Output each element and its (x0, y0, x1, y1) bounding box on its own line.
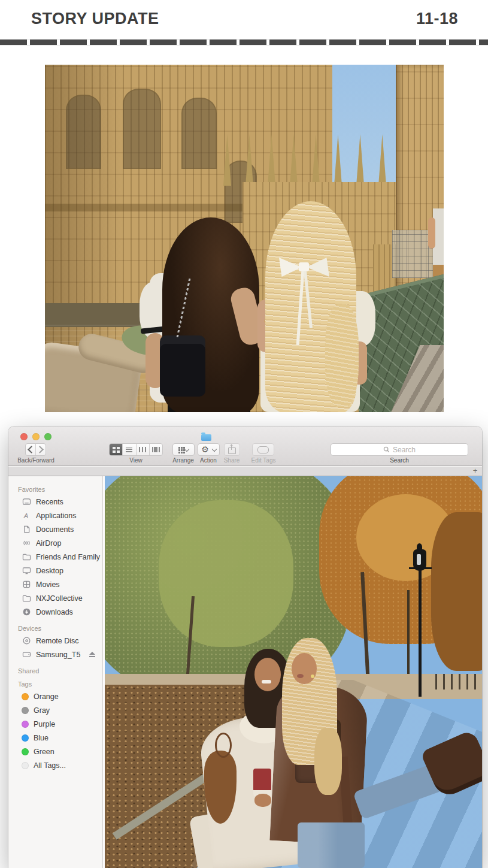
sidebar-section-title: Tags (18, 681, 102, 688)
minimize-button[interactable] (32, 433, 40, 440)
chevron-down-icon (212, 446, 217, 451)
action-label: Action (195, 457, 222, 464)
window-content: Favorites Recents A Applications Documen… (8, 476, 482, 868)
sidebar-item-airdrop[interactable]: AirDrop (8, 536, 102, 550)
list-view-icon (126, 447, 132, 452)
sidebar-tag-gray[interactable]: Gray (8, 703, 102, 717)
story-header: STORY UPDATE 11-18 (31, 10, 458, 28)
add-tab-button[interactable]: + (471, 467, 480, 476)
gothic-window (123, 89, 161, 169)
edit-tags-button[interactable] (252, 443, 274, 456)
light-green-canopy (159, 500, 293, 647)
sidebar-tag-green[interactable]: Green (8, 745, 102, 758)
tag-color-dot (22, 721, 29, 728)
search-label: Search (331, 457, 468, 464)
close-button[interactable] (20, 433, 28, 440)
sidebar-item-label: Applications (36, 512, 76, 520)
blue-jeans (298, 822, 365, 868)
pouting-lips (297, 674, 304, 678)
finder-sidebar: Favorites Recents A Applications Documen… (8, 476, 103, 868)
sidebar-section-title: Devices (18, 625, 102, 632)
tag-color-dot (22, 734, 29, 742)
story-date: 11-18 (416, 10, 458, 28)
arrange-label: Arrange (169, 457, 198, 464)
lamp-glass (417, 554, 421, 565)
sidebar-item-label: Friends And Family (36, 553, 100, 561)
hair-bow-knot (299, 262, 309, 271)
chevron-down-icon (184, 446, 189, 451)
rust-tree-canopy (431, 512, 482, 671)
story-page: STORY UPDATE 11-18 (0, 0, 488, 868)
list-view-button[interactable] (122, 444, 135, 455)
desktop-icon (22, 567, 31, 575)
coverflow-view-button[interactable] (149, 444, 162, 455)
applications-icon: A (22, 512, 31, 520)
search-input[interactable]: Search (331, 443, 468, 456)
sidebar-item-remote-disc[interactable]: Remote Disc (8, 634, 102, 648)
folder-proxy-icon[interactable] (201, 434, 211, 441)
dashed-divider (0, 39, 488, 46)
sidebar-item-label: Orange (34, 692, 59, 701)
finder-window: Back/Forward View Arrange ⚙ Action S (8, 427, 482, 868)
sidebar-item-label: Downloads (36, 608, 73, 616)
airdrop-icon (22, 539, 31, 548)
gold-earring (311, 675, 314, 678)
forward-button[interactable] (35, 444, 46, 455)
sidebar-tag-purple[interactable]: Purple (8, 717, 102, 731)
sidebar-item-movies[interactable]: Movies (8, 577, 102, 591)
window-titlebar[interactable]: Back/Forward View Arrange ⚙ Action S (8, 427, 482, 466)
sidebar-tag-orange[interactable]: Orange (8, 689, 102, 703)
tag-color-dot (22, 762, 29, 769)
sidebar-item-nxjcollective[interactable]: NXJCollective (8, 591, 102, 605)
sidebar-item-label: Remote Disc (36, 637, 79, 645)
sidebar-item-label: All Tags... (34, 761, 66, 770)
documents-icon (22, 525, 31, 534)
share-button[interactable] (224, 443, 240, 456)
sidebar-item-label: Samsung_T5 (36, 651, 80, 659)
svg-text:A: A (23, 512, 28, 519)
sidebar-tag-all-tags[interactable]: All Tags... (8, 758, 102, 772)
chevron-right-icon (36, 446, 44, 453)
search-icon (383, 446, 390, 453)
back-button[interactable] (26, 444, 35, 455)
arrange-button[interactable] (172, 443, 195, 456)
page-title: STORY UPDATE (31, 10, 159, 28)
lamp-finial (417, 543, 422, 551)
edit-tags-label: Edit Tags (245, 457, 281, 464)
folder-icon (22, 594, 31, 603)
view-label: View (109, 457, 163, 464)
sidebar-item-friends-and-family[interactable]: Friends And Family (8, 550, 102, 564)
brunette-face (254, 658, 281, 691)
story-photo-london (45, 65, 444, 412)
window-controls (20, 433, 51, 440)
chevron-left-icon (28, 446, 35, 453)
share-label: Share (219, 457, 244, 464)
sidebar-item-samsung-t5[interactable]: Samsung_T5 (8, 648, 102, 661)
sidebar-tag-blue[interactable]: Blue (8, 731, 102, 745)
folder-icon (22, 553, 31, 561)
passerby-arm (428, 217, 435, 249)
tab-bar: + (8, 467, 482, 476)
tag-color-dot (22, 748, 29, 755)
sidebar-item-label: Blue (34, 734, 49, 742)
finder-photo-park[interactable] (105, 476, 482, 868)
column-view-button[interactable] (136, 444, 149, 455)
sidebar-item-recents[interactable]: Recents (8, 495, 102, 509)
sidebar-item-documents[interactable]: Documents (8, 522, 102, 536)
tag-color-dot (22, 693, 29, 700)
eject-icon[interactable] (89, 652, 95, 657)
bag-strap (215, 733, 232, 758)
sidebar-item-applications[interactable]: A Applications (8, 509, 102, 522)
blonde-face (292, 653, 317, 684)
icon-view-button[interactable] (110, 444, 122, 455)
drive-icon (22, 651, 31, 659)
sidebar-item-downloads[interactable]: Downloads (8, 605, 102, 619)
blonde-curls (325, 304, 359, 407)
sidebar-item-label: AirDrop (36, 539, 61, 548)
sidebar-item-desktop[interactable]: Desktop (8, 564, 102, 577)
action-button[interactable]: ⚙ (198, 443, 220, 456)
zoom-button[interactable] (44, 433, 51, 440)
sidebar-item-label: Movies (36, 580, 60, 589)
sidebar-item-label: Purple (34, 720, 55, 728)
red-coffee-cup (253, 769, 271, 793)
